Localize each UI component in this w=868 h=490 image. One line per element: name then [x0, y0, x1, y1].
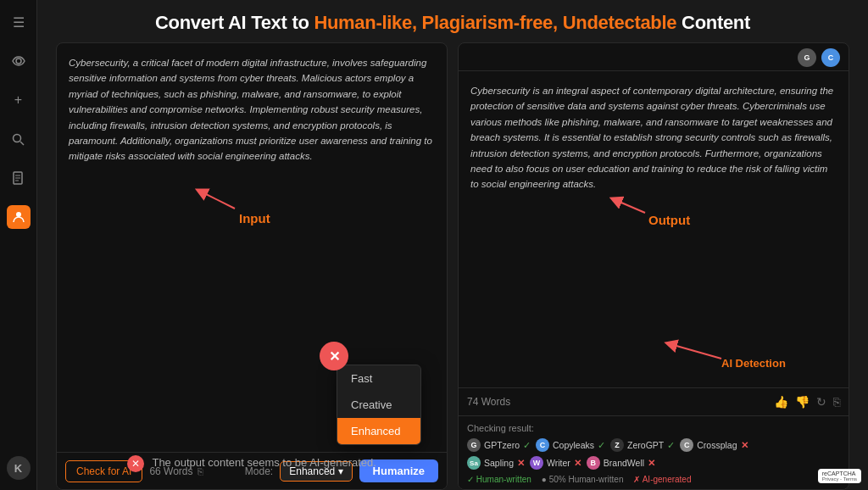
zerogpt-badge-icon[interactable]: Z	[610, 438, 624, 452]
warning-text: The output content seems to be AI-genera…	[152, 456, 376, 469]
mode-dropdown: Fast Creative Enhanced	[337, 365, 421, 445]
title-text-4: Content	[676, 12, 750, 33]
recaptcha-links[interactable]: Privacy - Terms	[822, 476, 857, 482]
sidebar-menu-icon[interactable]: ☰	[7, 10, 31, 34]
brandwell-status: ✕	[648, 458, 655, 469]
zerogpt-badge: Z ZeroGPT ✓	[610, 438, 675, 452]
detection-legend: ✓ Human-written ● 50% Human-written ✗ AI…	[467, 475, 840, 484]
writer-badge-icon[interactable]: W	[530, 456, 543, 470]
sidebar-bottom: K	[7, 456, 31, 480]
crossplag-name: Crossplag	[697, 440, 737, 450]
brandwell-badge: B BrandWell ✕	[587, 456, 655, 470]
editor-area: Cybersecurity, a critical facet of moder…	[37, 42, 868, 490]
output-panel-footer: 74 Words 👍 👎 ↻ ⎘	[459, 387, 849, 415]
sidebar-add-icon[interactable]: +	[7, 88, 31, 112]
gptzero-badge-icon[interactable]: G	[467, 438, 481, 452]
detection-badges: G GPTzero ✓ C Copyleaks ✓ Z ZeroGPT ✓	[467, 438, 840, 452]
svg-line-2	[20, 142, 24, 145]
output-panel: G C Cybersecurity is an integral aspect …	[458, 42, 849, 490]
title-highlight-1: Human-like,	[314, 12, 416, 33]
gptzero-name: GPTzero	[484, 440, 520, 450]
refresh-icon[interactable]: ↻	[816, 395, 826, 409]
sidebar-doc-icon[interactable]	[7, 166, 31, 190]
sidebar-search-icon[interactable]	[7, 127, 31, 151]
svg-point-1	[14, 134, 21, 142]
output-label: Output	[648, 213, 690, 227]
copyleaks-badge: C Copyleaks ✓	[536, 438, 605, 452]
brandwell-badge-icon[interactable]: B	[587, 456, 600, 470]
gptzero-status: ✓	[523, 440, 531, 451]
ai-detection-label: AI Detection	[721, 357, 786, 370]
sapling-badge: Sa Sapling ✕	[467, 456, 525, 470]
zerogpt-status: ✓	[667, 440, 675, 451]
svg-point-0	[16, 58, 21, 64]
copyleaks-name: Copyleaks	[553, 440, 594, 450]
mode-option-creative[interactable]: Creative	[337, 392, 420, 418]
output-text[interactable]: Cybersecurity is an integral aspect of c…	[459, 71, 849, 387]
thumbs-up-icon[interactable]: 👍	[774, 395, 788, 409]
sidebar-eye-icon[interactable]	[7, 49, 31, 73]
title-highlight-2: Plagiarism-free,	[422, 12, 558, 33]
sapling-name: Sapling	[484, 458, 514, 468]
title-text-1: Convert AI Text to	[155, 12, 314, 33]
detection-section: Checking result: G GPTzero ✓ C Copyleaks…	[459, 415, 849, 489]
page-title: Convert AI Text to Human-like, Plagiaris…	[54, 12, 851, 34]
warning-icon: ✕	[127, 455, 144, 472]
sidebar-user-icon[interactable]: K	[7, 456, 31, 480]
copyleaks-status: ✓	[598, 440, 605, 451]
zerogpt-name: ZeroGPT	[627, 440, 664, 450]
brandwell-name: BrandWell	[604, 458, 644, 468]
mode-option-enhanced[interactable]: Enhanced	[337, 418, 420, 444]
warning-area: ✕ The output content seems to be AI-gene…	[57, 447, 447, 481]
crossplag-badge: C Crossplag ✕	[680, 438, 748, 452]
copy-output-icon[interactable]: ⎘	[833, 395, 840, 409]
sapling-status: ✕	[517, 458, 525, 469]
sapling-badge-icon[interactable]: Sa	[467, 456, 481, 470]
recaptcha-badge: reCAPTCHA Privacy - Terms	[818, 469, 861, 483]
legend-human: ✓ Human-written	[467, 475, 531, 484]
output-word-count: 74 Words	[467, 396, 510, 408]
action-icons: 👍 👎 ↻ ⎘	[774, 395, 840, 409]
thumbs-down-icon[interactable]: 👎	[795, 395, 810, 409]
checking-result-label: Checking result:	[467, 423, 840, 433]
gptzero-icon-top[interactable]: G	[798, 48, 816, 67]
gptzero-badge: G GPTzero ✓	[467, 438, 531, 452]
crossplag-status: ✕	[741, 440, 748, 451]
page-header: Convert AI Text to Human-like, Plagiaris…	[37, 0, 868, 42]
title-highlight-3: Undetectable	[563, 12, 677, 33]
writer-status: ✕	[574, 458, 581, 469]
legend-ai: ✗ AI-generated	[633, 475, 691, 484]
close-dropdown-button[interactable]: ✕	[320, 342, 348, 370]
writer-name: Writer	[547, 458, 570, 468]
copyleaks-badge-icon[interactable]: C	[536, 438, 549, 452]
writer-badge: W Writer ✕	[530, 456, 581, 470]
sidebar-humanize-icon[interactable]	[7, 205, 31, 229]
input-label: Input	[239, 211, 270, 226]
input-panel: Cybersecurity, a critical facet of moder…	[56, 42, 448, 490]
warning-message: ✕ The output content seems to be AI-gene…	[57, 447, 447, 481]
ai-icons-row: G C	[459, 43, 849, 71]
legend-half: ● 50% Human-written	[542, 475, 624, 484]
mode-option-fast[interactable]: Fast	[337, 365, 420, 392]
crossplag-badge-icon[interactable]: C	[680, 438, 693, 452]
main-content: Convert AI Text to Human-like, Plagiaris…	[37, 0, 868, 490]
copyleaks-icon-top[interactable]: C	[821, 48, 840, 67]
svg-point-7	[16, 212, 21, 217]
recaptcha-text: reCAPTCHA	[822, 471, 857, 476]
sidebar: ☰ + K	[0, 0, 37, 490]
detection-badges-2: Sa Sapling ✕ W Writer ✕ B BrandWell ✕	[467, 456, 840, 470]
